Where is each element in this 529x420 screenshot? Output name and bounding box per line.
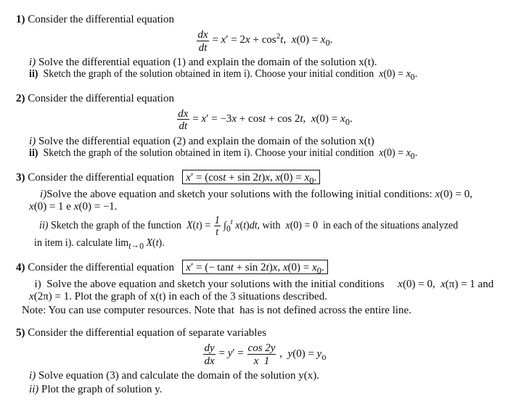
problem-1-equation: dx dt = x′ = 2x + cos2t, x(0) = x0. xyxy=(16,28,513,53)
problem-4-note: Note: You can use computer resources. No… xyxy=(16,304,513,316)
problem-1: 1) Consider the differential equation dx… xyxy=(16,13,513,82)
problem-4-title: 4) Consider the differential equation x′… xyxy=(16,261,513,276)
problem-5-item-ii: ii) Plot the graph of solution y. xyxy=(16,383,513,395)
problem-2: 2) Consider the differential equation dx… xyxy=(16,92,513,161)
problem-2-item-i: i) Solve the differential equation (2) a… xyxy=(16,135,513,147)
problem-5: 5) Consider the differential equation of… xyxy=(16,326,513,395)
problem-2-title: 2) Consider the differential equation xyxy=(16,92,513,104)
problem-1-item-ii: ii) Sketch the graph of the solution obt… xyxy=(16,68,513,82)
problem-1-item-i: i) Solve the differential equation (1) a… xyxy=(16,56,513,68)
problem-4: 4) Consider the differential equation x′… xyxy=(16,261,513,316)
document-content: 1) Consider the differential equation dx… xyxy=(16,13,513,395)
problem-3-item-ii: ii) Sketch the graph of the function X(t… xyxy=(16,215,513,252)
problem-3-title: 3) Consider the differential equation x′… xyxy=(16,171,513,186)
problem-3: 3) Consider the differential equation x′… xyxy=(16,171,513,252)
problem-4-item-i: i) Solve the above equation and sketch y… xyxy=(16,278,513,302)
problem-3-item-i: i)Solve the above equation and sketch yo… xyxy=(16,188,513,213)
problem-5-title: 5) Consider the differential equation of… xyxy=(16,326,513,339)
problem-5-equation: dy dx = y′ = cos 2y x 1 , y(0) = yo xyxy=(16,342,513,366)
problem-1-title: 1) Consider the differential equation xyxy=(16,13,513,25)
problem-5-item-i: i) Solve equation (3) and calculate the … xyxy=(16,369,513,382)
problem-2-equation: dx dt = x′ = −3x + cost + cos 2t, x(0) =… xyxy=(16,107,513,132)
problem-2-item-ii: ii) Sketch the graph of the solution obt… xyxy=(16,147,513,161)
